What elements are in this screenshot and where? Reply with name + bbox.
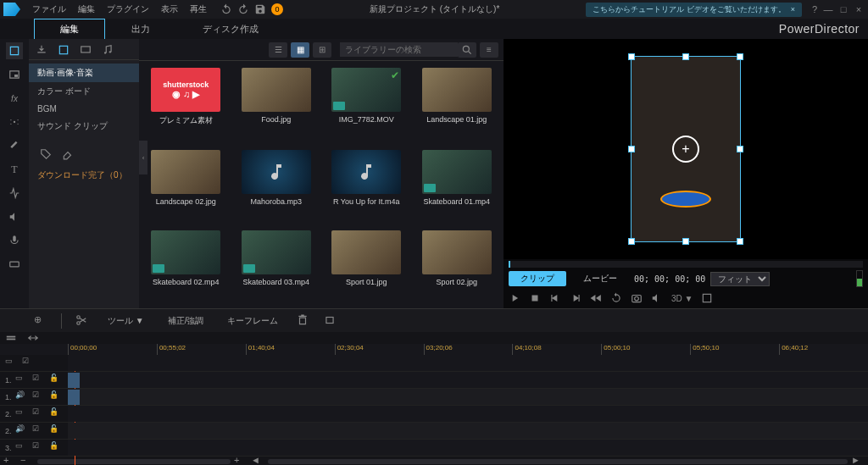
marker-icon[interactable]: ⊕ [34, 314, 47, 328]
collapse-handle[interactable]: ‹ [139, 141, 147, 174]
brush-icon[interactable] [6, 137, 23, 154]
library-item[interactable]: Landscape 01.jpg [417, 68, 498, 141]
fx-room-icon[interactable]: fx [6, 90, 23, 107]
sidebar-media[interactable]: 動画·画像·音楽 [29, 64, 139, 82]
track-type-icon[interactable]: ▭ [15, 441, 29, 455]
track-visible-icon[interactable]: ☑ [32, 441, 46, 455]
timeline-clip[interactable] [68, 390, 80, 405]
track-visible-icon[interactable]: ☑ [32, 407, 46, 421]
timeline-h-scrollbar[interactable] [268, 459, 848, 464]
media-room-icon[interactable] [6, 42, 23, 59]
save-icon[interactable] [254, 3, 266, 15]
3d-toggle[interactable]: 3D ▼ [671, 294, 693, 303]
sidebar-bgm[interactable]: BGM [29, 101, 139, 117]
track-type-icon[interactable]: ▭ [15, 374, 29, 387]
keyframe-button[interactable]: キーフレーム [222, 313, 283, 329]
import-icon[interactable] [36, 44, 51, 58]
loop-button[interactable] [610, 292, 622, 304]
track-type-icon[interactable]: 🔊 [15, 390, 29, 404]
track-content[interactable] [68, 355, 868, 371]
undo-icon[interactable] [220, 3, 232, 15]
search-icon[interactable] [458, 42, 476, 58]
media-tab-icon[interactable] [58, 44, 73, 58]
timeline-ruler[interactable]: 00;00;0000;55;0201;40;0402;30;0403;20;06… [0, 344, 868, 355]
correction-button[interactable]: 補正/強調 [163, 313, 209, 329]
track-type-icon[interactable]: ▭ [15, 407, 29, 421]
tab-output[interactable]: 出力 [105, 19, 176, 40]
view-detail-icon[interactable]: ⊞ [313, 42, 331, 58]
movie-mode-button[interactable]: ムービー [571, 271, 629, 286]
volume-button[interactable] [651, 292, 663, 304]
timeline-clip[interactable] [68, 373, 80, 388]
more-icon[interactable] [324, 314, 337, 328]
track-type-icon[interactable]: 🔊 [15, 424, 29, 438]
preview-viewport[interactable]: + [504, 39, 868, 259]
library-item[interactable]: shutterstock◉ ♫ ▶プレミアム素材 [146, 68, 226, 141]
particle-room-icon[interactable] [6, 113, 23, 130]
track-lock-icon[interactable]: 🔓 [49, 390, 63, 404]
tool-dropdown[interactable]: ツール ▼ [103, 313, 149, 329]
library-item[interactable]: Landscape 02.jpg [146, 150, 226, 221]
pip-room-icon[interactable] [6, 66, 23, 83]
track-visible-icon[interactable]: ☑ [22, 357, 36, 370]
library-item[interactable]: Skateboard 03.mp4 [236, 230, 317, 302]
library-item[interactable]: Food.jpg [236, 68, 317, 141]
library-search-input[interactable] [340, 42, 458, 57]
track-content[interactable] [68, 389, 868, 405]
track-content[interactable] [68, 406, 868, 422]
redo-icon[interactable] [237, 3, 249, 15]
track-visible-icon[interactable]: ☑ [32, 374, 46, 387]
display-tab-icon[interactable] [80, 44, 95, 58]
close-button[interactable]: × [853, 3, 865, 15]
menu-file[interactable]: ファイル [27, 1, 71, 18]
audio-room-icon[interactable] [6, 208, 23, 225]
track-visible-icon[interactable]: ☑ [32, 390, 46, 404]
stop-button[interactable] [529, 292, 541, 304]
tab-disc[interactable]: ディスク作成 [176, 19, 285, 40]
library-item[interactable]: Skateboard 02.mp4 [146, 230, 226, 302]
next-frame-button[interactable] [570, 292, 581, 304]
snapshot-button[interactable] [631, 292, 643, 304]
subtitle-room-icon[interactable] [6, 256, 23, 273]
menu-play[interactable]: 再生 [185, 1, 212, 18]
library-item[interactable]: ✔IMG_7782.MOV [326, 68, 407, 141]
popout-button[interactable] [701, 292, 713, 304]
clip-mode-button[interactable]: クリップ [509, 271, 566, 286]
audio-tab-icon[interactable] [102, 44, 117, 58]
menu-plugin[interactable]: プラグイン [102, 1, 154, 18]
track-lock-icon[interactable]: 🔓 [49, 424, 63, 438]
track-content[interactable] [68, 372, 868, 388]
menu-edit[interactable]: 編集 [73, 1, 100, 18]
track-visible-icon[interactable]: ☑ [32, 424, 46, 438]
view-grid-icon[interactable]: ▦ [291, 42, 309, 58]
tab-edit[interactable]: 編集 [34, 19, 105, 40]
maximize-button[interactable]: □ [837, 3, 849, 15]
view-list-icon[interactable]: ☰ [269, 42, 287, 58]
eraser-icon[interactable] [59, 146, 76, 163]
tutorial-notice[interactable]: こちらからチュートリアル ビデオをご覧いただけます。 × [586, 3, 802, 17]
delete-icon[interactable] [297, 314, 310, 328]
cut-icon[interactable] [75, 314, 89, 328]
library-item[interactable]: Mahoroba.mp3 [236, 150, 317, 221]
menu-view[interactable]: 表示 [156, 1, 183, 18]
minimize-button[interactable]: — [822, 3, 834, 15]
library-item[interactable]: Sport 01.jpg [326, 230, 407, 302]
play-button[interactable] [509, 292, 520, 304]
prev-frame-button[interactable] [549, 292, 561, 304]
track-content[interactable] [68, 440, 868, 456]
voiceover-icon[interactable] [6, 232, 23, 249]
track-video-icon[interactable]: ▭ [5, 357, 19, 370]
notice-close-icon[interactable]: × [791, 5, 795, 14]
preview-scrubber[interactable] [509, 261, 863, 268]
sidebar-soundclip[interactable]: サウンド クリップ [29, 117, 139, 136]
library-item[interactable]: Skateboard 01.mp4 [417, 150, 498, 221]
track-lock-icon[interactable]: 🔓 [49, 374, 63, 387]
track-content[interactable] [68, 423, 868, 439]
timeline-scrollbar[interactable] [37, 459, 231, 464]
title-room-icon[interactable]: T [6, 161, 23, 178]
sidebar-download[interactable]: ダウンロード完了（0） [29, 166, 139, 185]
track-lock-icon[interactable]: 🔓 [49, 407, 63, 421]
library-item[interactable]: Sport 02.jpg [417, 230, 498, 302]
notification-badge[interactable]: 0 [271, 3, 283, 15]
rewind-button[interactable] [590, 292, 602, 304]
